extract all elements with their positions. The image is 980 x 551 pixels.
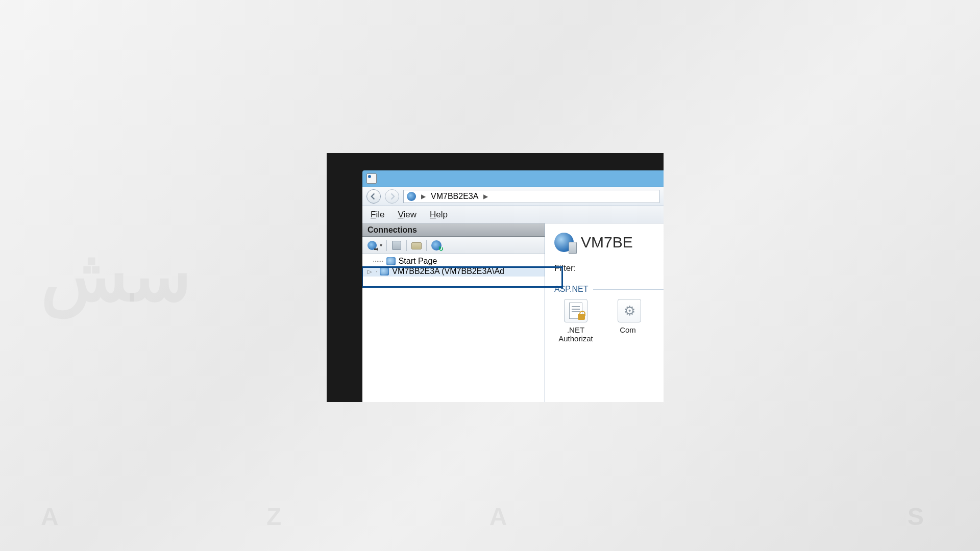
connections-panel: Connections ▾ ······ Start Page (362, 223, 545, 402)
screenshot-frame: ▶ VM7BB2E3A ▶ File View Help Connections… (327, 153, 664, 402)
chevron-down-icon[interactable]: ▾ (380, 242, 382, 248)
server-home-icon (554, 233, 574, 252)
iis-manager-window: ▶ VM7BB2E3A ▶ File View Help Connections… (362, 170, 664, 402)
tree-start-page-label: Start Page (399, 257, 437, 266)
compilation-icon: ⚙ (618, 299, 641, 322)
menu-help[interactable]: Help (430, 210, 448, 220)
start-page-icon (386, 257, 396, 265)
breadcrumb-bar[interactable]: ▶ VM7BB2E3A ▶ (403, 190, 659, 203)
tree-server-node[interactable]: ▷ · VM7BB2E3A (VM7BB2E3A\Ad (362, 266, 545, 277)
back-button[interactable] (366, 189, 381, 204)
connections-tree: ······ Start Page ▷ · VM7BB2E3A (VM7BB2E… (362, 254, 545, 402)
open-folder-icon[interactable] (411, 240, 422, 251)
content-panel: VM7BE Filter: ASP.NET .NET Authorizat (545, 223, 664, 402)
menu-file[interactable]: File (371, 210, 384, 220)
iis-app-icon (366, 173, 377, 184)
section-aspnet-label: ASP.NET (554, 285, 588, 294)
menu-bar: File View Help (362, 206, 664, 223)
content-title: VM7BE (581, 234, 633, 251)
tree-dots: · (376, 268, 377, 275)
toolbar-separator (406, 240, 407, 251)
tree-server-label: VM7BB2E3A (VM7BB2E3A\Ad (392, 267, 504, 276)
feature-grid: .NET Authorizat ⚙ Com (554, 299, 664, 343)
globe-icon (407, 192, 416, 201)
navigation-toolbar: ▶ VM7BB2E3A ▶ (362, 187, 664, 206)
section-aspnet: ASP.NET (554, 285, 664, 294)
connections-header: Connections (362, 223, 545, 237)
forward-button[interactable] (385, 189, 399, 204)
net-authorization-icon (564, 299, 587, 322)
feature-compilation[interactable]: ⚙ Com (618, 299, 638, 343)
toolbar-separator (386, 240, 387, 251)
breadcrumb-server[interactable]: VM7BB2E3A (431, 192, 478, 201)
tree-dots: ······ (373, 257, 383, 266)
tree-expander-icon[interactable]: ▷ (368, 268, 373, 275)
section-divider (593, 289, 664, 290)
connections-toolbar: ▾ (362, 237, 545, 254)
menu-view[interactable]: View (398, 210, 416, 220)
server-node-icon (380, 267, 389, 276)
content-header: VM7BE (554, 229, 664, 256)
feature-net-authorization[interactable]: .NET Authorizat (554, 299, 597, 343)
window-titlebar (362, 170, 664, 187)
filter-label: Filter: (554, 263, 664, 273)
refresh-icon[interactable] (431, 240, 442, 251)
feature-label: Com (618, 325, 638, 334)
save-icon[interactable] (391, 240, 402, 251)
chevron-right-icon: ▶ (421, 193, 426, 200)
toolbar-separator (426, 240, 427, 251)
feature-label: .NET Authorizat (554, 325, 597, 343)
background-watermark-letters: AZAS (41, 503, 939, 531)
main-body: Connections ▾ ······ Start Page (362, 223, 664, 402)
chevron-right-icon: ▶ (483, 193, 488, 200)
tree-start-page[interactable]: ······ Start Page (362, 256, 545, 266)
connect-icon[interactable] (366, 240, 378, 251)
